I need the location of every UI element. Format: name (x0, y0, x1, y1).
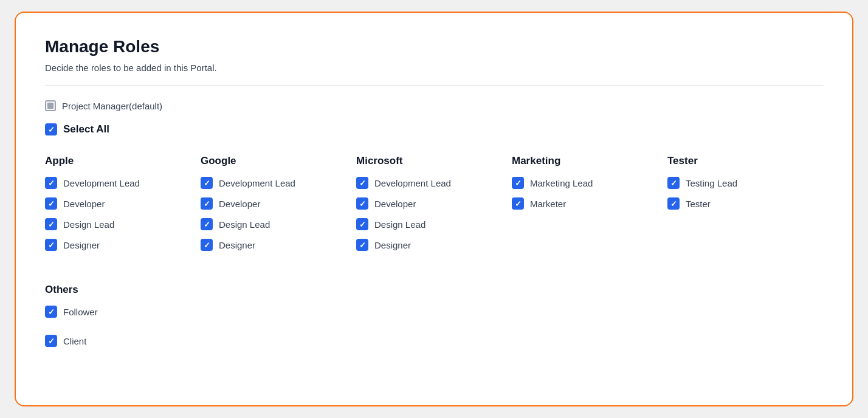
default-role-label: Project Manager(default) (62, 101, 162, 111)
role-label: Testing Lead (686, 178, 737, 188)
role-checkbox[interactable] (667, 197, 680, 210)
group-col-microsoft: MicrosoftDevelopment LeadDeveloperDesign… (356, 155, 512, 259)
role-item: Developer (201, 197, 356, 210)
role-item: Designer (356, 239, 512, 251)
role-checkbox[interactable] (356, 177, 368, 189)
role-item: Design Lead (45, 218, 201, 230)
role-checkbox[interactable] (45, 239, 57, 251)
role-checkbox[interactable] (512, 177, 524, 189)
role-label: Tester (686, 199, 711, 209)
select-all-label: Select All (63, 123, 109, 135)
default-role-checkbox[interactable] (45, 100, 56, 111)
role-item: Designer (45, 239, 201, 251)
select-all-row: Select All (45, 123, 823, 135)
page-title: Manage Roles (45, 37, 823, 57)
role-checkbox[interactable] (201, 177, 213, 189)
role-label: Design Lead (63, 219, 114, 230)
group-title-google: Google (201, 155, 356, 167)
role-item: Follower (45, 306, 823, 318)
page-subtitle: Decide the roles to be added in this Por… (45, 63, 823, 73)
role-label: Designer (63, 240, 100, 250)
role-item: Design Lead (201, 218, 356, 230)
role-checkbox[interactable] (45, 335, 57, 347)
group-col-marketing: MarketingMarketing LeadMarketer (512, 155, 667, 259)
role-checkbox[interactable] (201, 197, 213, 210)
group-col-google: GoogleDevelopment LeadDeveloperDesign Le… (201, 155, 356, 259)
role-checkbox[interactable] (201, 239, 213, 251)
role-item: Design Lead (356, 218, 512, 230)
role-label: Design Lead (219, 219, 270, 230)
role-item: Development Lead (201, 177, 356, 189)
role-label: Marketing Lead (530, 178, 593, 188)
role-label: Follower (63, 307, 98, 317)
role-label: Marketer (530, 199, 566, 209)
role-item: Testing Lead (667, 177, 823, 189)
role-checkbox[interactable] (201, 218, 213, 230)
groups-grid: AppleDevelopment LeadDeveloperDesign Lea… (45, 155, 823, 259)
others-items: FollowerClient (45, 306, 823, 355)
default-role-row: Project Manager(default) (45, 100, 823, 111)
role-item: Development Lead (356, 177, 512, 189)
group-title-marketing: Marketing (512, 155, 667, 167)
role-checkbox[interactable] (667, 177, 680, 189)
role-item: Development Lead (45, 177, 201, 189)
role-item: Marketer (512, 197, 667, 210)
role-label: Development Lead (219, 178, 295, 188)
role-checkbox[interactable] (512, 197, 524, 210)
role-label: Designer (374, 240, 411, 250)
divider (45, 85, 823, 86)
role-label: Development Lead (63, 178, 140, 188)
others-title: Others (45, 284, 823, 296)
role-item: Client (45, 335, 823, 347)
role-label: Client (63, 336, 86, 346)
group-col-tester: TesterTesting LeadTester (667, 155, 823, 259)
manage-roles-card: Manage Roles Decide the roles to be adde… (15, 12, 853, 406)
role-label: Developer (219, 199, 260, 209)
role-item: Tester (667, 197, 823, 210)
group-title-tester: Tester (667, 155, 823, 167)
role-checkbox[interactable] (356, 218, 368, 230)
role-checkbox[interactable] (45, 218, 57, 230)
role-checkbox[interactable] (45, 177, 57, 189)
role-label: Development Lead (374, 178, 451, 188)
group-title-microsoft: Microsoft (356, 155, 512, 167)
role-label: Developer (374, 199, 416, 209)
role-checkbox[interactable] (356, 197, 368, 210)
role-item: Marketing Lead (512, 177, 667, 189)
role-label: Developer (63, 199, 105, 209)
role-checkbox[interactable] (45, 306, 57, 318)
role-label: Design Lead (374, 219, 425, 230)
role-item: Designer (201, 239, 356, 251)
role-item: Developer (356, 197, 512, 210)
role-checkbox[interactable] (356, 239, 368, 251)
group-title-apple: Apple (45, 155, 201, 167)
group-col-apple: AppleDevelopment LeadDeveloperDesign Lea… (45, 155, 201, 259)
role-label: Designer (219, 240, 255, 250)
role-checkbox[interactable] (45, 197, 57, 210)
role-item: Developer (45, 197, 201, 210)
select-all-checkbox[interactable] (45, 123, 57, 135)
others-section: OthersFollowerClient (45, 284, 823, 355)
